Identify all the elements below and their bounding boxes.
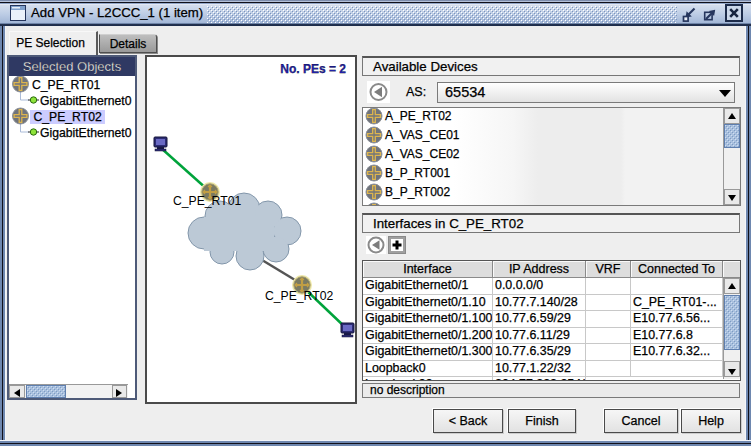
svg-text:C_PE_RT02: C_PE_RT02 — [265, 289, 333, 303]
svg-text:C_PE_RT01: C_PE_RT01 — [173, 194, 241, 208]
